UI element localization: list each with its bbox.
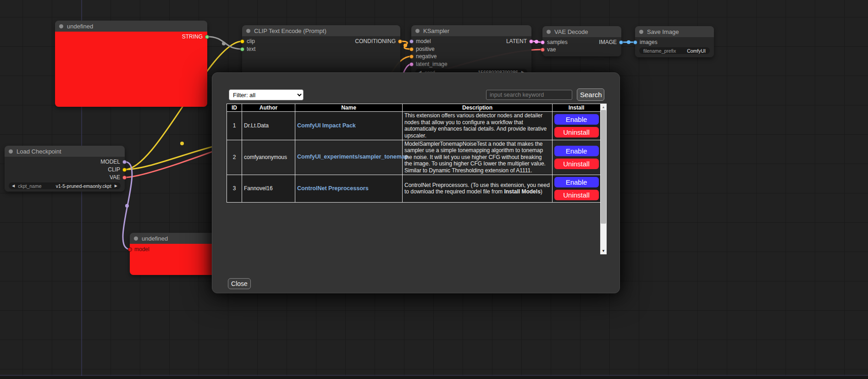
input-pin-icon[interactable] [409,55,414,59]
input-pin-icon[interactable] [633,40,637,44]
slot-label: model [134,246,149,253]
filter-dropdown[interactable]: Filter: all [229,89,304,100]
output-slot-model[interactable]: MODEL [100,159,127,165]
node-title: Load Checkpoint [17,148,61,155]
output-slot-latent[interactable]: LATENT [506,38,533,44]
node-title-bar[interactable]: Save Image [635,26,714,37]
header-name: Name [295,104,403,112]
table-scrollbar[interactable]: ▲ ▼ [600,104,607,254]
input-slot-samples[interactable]: samples [541,39,568,45]
ext-description: ModelSamplerTonemapNoiseTest a node that… [403,140,553,175]
ext-name-link[interactable]: ComfyUI_experiments/sampler_tonemap [297,154,408,160]
output-pin-icon[interactable] [205,35,209,39]
ckpt-name-widget[interactable]: ◀ ckpt_name v1-5-pruned-emaonly.ckpt ▶ [9,182,121,189]
input-slot-images[interactable]: images [633,39,658,45]
output-pin-icon[interactable] [398,39,402,44]
input-pin-icon[interactable] [409,62,414,66]
close-button[interactable]: Close [228,278,251,289]
node-collapse-dot-icon[interactable] [547,30,551,34]
uninstall-button[interactable]: Uninstall [554,159,599,169]
input-pin-icon[interactable] [409,47,414,51]
wire-midpoint-dot [627,40,630,44]
output-pin-icon[interactable] [529,39,533,44]
input-pin-icon[interactable] [240,39,244,44]
wire-midpoint-dot [125,204,129,208]
output-pin-icon[interactable] [122,168,127,172]
slot-label: negative [416,53,437,60]
node-collapse-dot-icon[interactable] [59,24,63,28]
node-save-image[interactable]: Save Image images filename_prefix ComfyU… [635,26,714,57]
node-title-bar[interactable]: undefined [55,21,207,32]
output-slot-conditioning[interactable]: CONDITIONING [355,38,402,44]
output-slot-clip[interactable]: CLIP [108,166,127,173]
input-slot-text[interactable]: text [240,46,255,52]
ext-id: 2 [227,140,242,175]
output-slot-vae[interactable]: VAE [110,174,127,181]
input-pin-icon[interactable] [541,40,545,44]
input-slot-positive[interactable]: positive [409,46,435,52]
slot-label: images [640,39,658,45]
node-collapse-dot-icon[interactable] [134,236,138,241]
header-author: Author [242,104,295,112]
ext-author: Dr.Lt.Data [242,112,295,140]
node-vae-decode[interactable]: VAE Decode samples vae IMAGE [542,26,621,56]
description-bold-text: Install Models [504,188,540,195]
header-id: ID [227,104,242,112]
input-pin-icon[interactable] [128,247,132,252]
node-collapse-dot-icon[interactable] [415,29,420,33]
scrollbar-thumb[interactable] [601,110,606,224]
output-pin-icon[interactable] [619,40,623,44]
filename-prefix-widget[interactable]: filename_prefix ComfyUI [639,47,710,54]
node-title-bar[interactable]: VAE Decode [542,26,621,37]
enable-button[interactable]: Enable [554,146,599,156]
enable-button[interactable]: Enable [554,114,599,125]
node-body [55,32,207,107]
input-slot-latent-image[interactable]: latent_image [409,61,448,67]
uninstall-button[interactable]: Uninstall [554,190,599,200]
output-slot-string[interactable]: STRING [182,33,209,40]
input-pin-icon[interactable] [240,47,244,51]
node-load-checkpoint[interactable]: Load Checkpoint MODEL CLIP VAE ◀ ckpt_na… [5,146,125,192]
node-collapse-dot-icon[interactable] [9,149,13,154]
ext-author: Fannovel16 [242,175,295,202]
input-pin-icon[interactable] [541,48,545,52]
output-pin-icon[interactable] [122,160,127,164]
slot-label: MODEL [100,159,120,165]
ext-name-link[interactable]: ComfyUI Impact Pack [297,122,356,129]
scroll-down-icon[interactable]: ▼ [600,247,607,254]
ext-id: 1 [227,112,242,140]
slot-label: STRING [182,33,203,40]
wire-midpoint-dot [222,42,226,45]
output-pin-icon[interactable] [122,176,127,180]
node-title-bar[interactable]: CLIP Text Encode (Prompt) [242,25,400,36]
input-slot-model[interactable]: model [128,246,149,253]
input-slot-negative[interactable]: negative [409,53,437,60]
output-slot-image[interactable]: IMAGE [599,39,623,45]
input-slot-model[interactable]: model [409,38,431,44]
uninstall-button[interactable]: Uninstall [554,127,599,137]
node-collapse-dot-icon[interactable] [639,30,643,34]
input-slot-vae[interactable]: vae [541,46,556,53]
scroll-up-icon[interactable]: ▲ [600,104,607,110]
table-row: 1 Dr.Lt.Data ComfyUI Impact Pack This ex… [227,112,601,140]
widget-value: v1-5-pruned-emaonly.ckpt [56,183,111,189]
slot-label: latent_image [416,61,448,67]
node-title-bar[interactable]: Load Checkpoint [5,146,125,157]
slot-label: model [416,38,431,44]
input-pin-icon[interactable] [409,39,414,44]
node-collapse-dot-icon[interactable] [246,29,250,33]
node-undefined-top[interactable]: undefined STRING [55,21,207,107]
ext-name-link[interactable]: ControlNet Preprocessors [297,185,369,192]
increment-arrow-icon[interactable]: ▶ [115,184,117,188]
search-input[interactable] [486,90,572,100]
widget-label: ckpt_name [18,183,41,189]
node-title-bar[interactable]: KSampler [411,25,531,36]
table-header-row: ID Author Name Description Install [227,104,601,112]
node-title: KSampler [423,27,449,34]
slot-label: samples [547,39,568,45]
input-slot-clip[interactable]: clip [240,38,255,44]
description-text: ) [541,188,542,195]
search-button[interactable]: Search [577,88,604,101]
enable-button[interactable]: Enable [554,177,599,187]
decrement-arrow-icon[interactable]: ◀ [12,184,15,188]
